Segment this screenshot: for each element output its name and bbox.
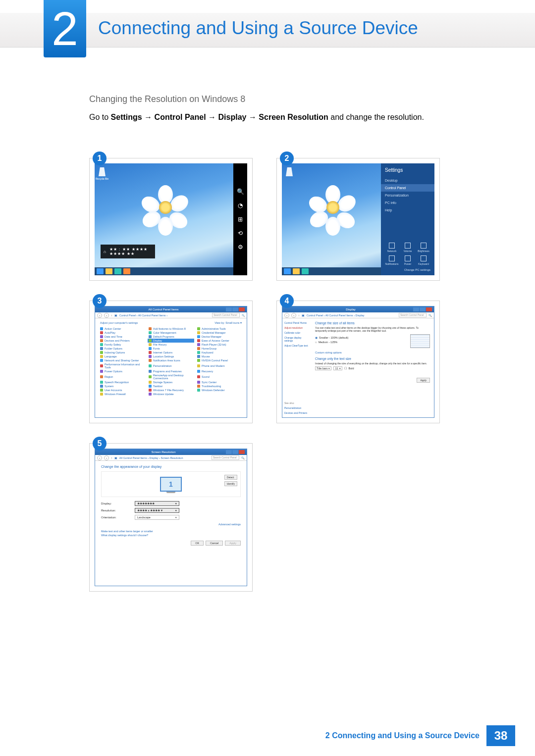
forward-icon: › [291,313,296,318]
display-preview-area: 1 Detect Identify [101,471,241,497]
cp-item-label: System [105,385,113,388]
orientation-select: Landscape [135,515,179,520]
control-panel-item [197,393,242,396]
control-panel-item: Language [100,355,145,358]
change-text-desc: Instead of changing the size of everythi… [315,362,430,365]
settings-item: Personalization [385,192,430,199]
control-panel-item: Phone and Modem [197,363,242,369]
view-by-label: View by: Small icons ▾ [214,321,242,324]
taskbar-ie-icon [284,268,291,274]
resolution-label: Resolution: [101,509,131,512]
up-icon: ↑ [111,314,112,317]
control-panel-item: RemoteApp and Desktop Connections [149,374,193,380]
cp-item-icon [149,375,152,378]
forward-icon: › [104,455,109,460]
cp-item-label: Language [105,355,116,358]
cp-item-icon [197,381,200,384]
clock-icon: ⌂ [104,250,107,254]
recycle-bin-icon [286,167,293,176]
cp-item-icon [197,385,200,388]
cp-item-icon [149,343,152,346]
cp-item-label: Administrative Tools [202,327,226,330]
control-panel-item: HomeGroup [197,347,242,350]
control-panel-home-link: Control Panel Home [284,321,309,324]
adjust-cleartype-link: Adjust ClearType text [284,344,309,347]
figure-4: 4 Display [276,301,440,423]
taskbar-app-icon [114,268,121,274]
cp-item-icon [197,335,200,338]
cp-item-icon [149,389,152,392]
advanced-settings-link: Advanced settings [101,523,241,526]
control-panel-item: Notification Area Icons [149,359,193,362]
search-input: Search Control Panel [399,313,427,317]
brightness-icon [421,243,427,249]
make-text-larger-link: Make text and other items larger or smal… [101,530,241,533]
figure-badge: 4 [280,294,294,308]
taskbar [95,267,247,275]
ok-button: OK [191,541,204,546]
back-icon: ‹ [97,455,102,460]
control-panel-item: Color Management [149,331,193,334]
clock-text: ★★ : ★★ ★★★★ ★★★★ ★★ [109,247,152,256]
change-appearance-heading: Change the appearance of your display [101,465,241,468]
control-panel-item: Windows Update [149,393,193,396]
cp-item-label: Default Programs [153,335,174,338]
cp-item-icon [149,385,152,388]
taskbar-explorer-icon [106,268,112,274]
control-panel-item: Keyboard [197,351,242,354]
breadcrumb: Control Panel › All Control Panel Items … [119,314,167,317]
back-icon: ‹ [97,313,102,318]
control-panel-item: Indexing Options [100,351,145,354]
cp-item-icon [100,355,103,358]
cp-item-label: Device Manager [202,335,221,338]
breadcrumb: Control Panel › All Control Panel Items … [307,314,365,317]
figure-3: 3 All Control Panel Items [89,301,253,423]
cp-item-label: Fonts [153,347,160,350]
cp-item-label: Internet Options [153,351,172,354]
cp-item-icon [100,327,103,330]
search-icon: 🔍 [237,188,244,195]
forward-icon: › [104,313,109,318]
figure-2: 2 [276,158,440,281]
cp-item-icon [149,364,152,367]
maximize-button [420,307,426,311]
control-panel-item: Flash Player (32-bit) [197,343,242,346]
control-panel-item: Troubleshooting [197,385,242,388]
cp-item-icon [100,339,103,342]
cp-item-label: Windows 7 File Recovery [153,389,184,392]
size-select: 11 [333,366,342,370]
window-title: All Control Panel Items [101,308,226,311]
adjust-resolution-link: Adjust resolution [284,326,309,329]
cp-item-icon [149,370,152,373]
window-titlebar: Screen Resolution [95,449,247,455]
tile-volume: Volume [401,243,415,252]
cp-item-label: Power Options [105,370,122,373]
cp-item-icon [197,355,200,358]
display-select: ★★★★★★★ [135,501,179,506]
cp-item-label: AutoPlay [105,331,115,334]
control-panel-item: Folder Options [100,347,145,350]
control-panel-item: Family Safety [100,343,145,346]
cp-item-label: Display [153,339,162,342]
close-button [426,307,432,311]
cp-item-label: Add features to Windows 8 [153,327,186,330]
control-panel-item: Programs and Features [149,370,193,373]
taskbar [282,267,381,275]
address-bar: ‹ › ↑ ▣ Control Panel › All Control Pane… [95,312,247,318]
cp-item-label: Notification Area Icons [153,359,180,362]
settings-quick-tiles: Network Volume Brightness Notifications … [385,243,430,265]
cp-item-icon [100,381,103,384]
control-panel-item: AutoPlay [100,331,145,334]
cp-item-label: User Accounts [105,389,122,392]
search-input: Search Control Panel [212,455,239,460]
search-icon: 🔍 [428,314,432,317]
search-icon: 🔍 [242,314,245,317]
windows8-desktop: Settings Desktop Control Panel Personali… [282,163,434,275]
cp-item-icon [100,393,103,396]
control-panel-item: Sync Center [197,381,242,384]
cp-item-icon [100,364,103,367]
preview-monitor-icon [410,334,430,348]
control-panel-item: Sound [197,374,242,380]
cp-item-label: Windows Update [153,393,174,396]
cp-item-label: Family Safety [105,343,121,346]
